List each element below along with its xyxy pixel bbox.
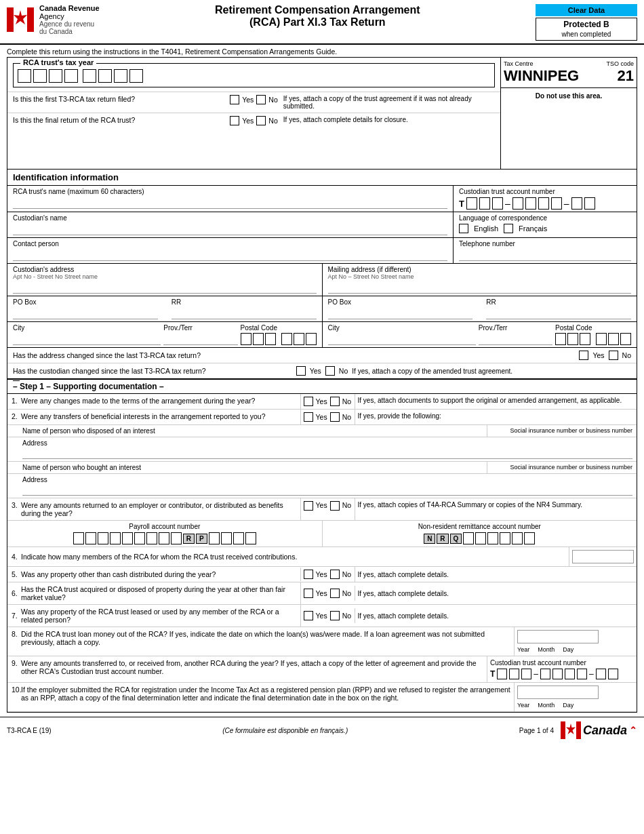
q2-no-box[interactable] bbox=[330, 412, 340, 422]
q5-no-box[interactable] bbox=[330, 570, 340, 579]
account-box-3[interactable] bbox=[492, 197, 503, 210]
address2-input[interactable] bbox=[22, 485, 632, 496]
rr-left-input[interactable] bbox=[172, 307, 317, 319]
account-box-5[interactable] bbox=[525, 197, 536, 210]
pay-box-2[interactable] bbox=[85, 532, 96, 544]
year-box-1[interactable] bbox=[18, 69, 31, 83]
city-left-input[interactable] bbox=[13, 333, 161, 345]
clear-data-button[interactable]: Clear Data bbox=[536, 4, 637, 16]
q9-box-1[interactable] bbox=[497, 669, 507, 679]
nrq-box-3[interactable] bbox=[487, 532, 498, 544]
pay-box-13[interactable] bbox=[245, 532, 256, 544]
final-return-yes-box[interactable] bbox=[230, 116, 239, 125]
pay-box-8[interactable] bbox=[159, 532, 169, 544]
q9-box-4[interactable] bbox=[540, 669, 550, 679]
nrq-box-1[interactable] bbox=[463, 532, 474, 544]
prov-left-input[interactable] bbox=[163, 333, 237, 345]
account-box-7[interactable] bbox=[551, 197, 562, 210]
pay-box-5[interactable] bbox=[122, 532, 133, 544]
cust-no-box[interactable] bbox=[325, 366, 335, 376]
year-box-2[interactable] bbox=[33, 69, 47, 83]
q10-date-input[interactable] bbox=[517, 686, 599, 699]
q7-no-box[interactable] bbox=[330, 611, 340, 620]
postal-r-box-1[interactable] bbox=[555, 333, 566, 345]
q8-date-input[interactable] bbox=[517, 630, 599, 643]
account-box-6[interactable] bbox=[538, 197, 549, 210]
pay-box-7[interactable] bbox=[146, 532, 157, 544]
postal-r-box-4[interactable] bbox=[596, 333, 607, 345]
postal-r-box-6[interactable] bbox=[620, 333, 631, 345]
english-checkbox[interactable] bbox=[459, 224, 468, 233]
q9-box-5[interactable] bbox=[552, 669, 563, 679]
q6-no-box[interactable] bbox=[330, 589, 340, 598]
q9-box-9[interactable] bbox=[608, 669, 618, 679]
q7-yes-box[interactable] bbox=[304, 611, 313, 620]
q3-no-box[interactable] bbox=[330, 501, 340, 511]
account-box-9[interactable] bbox=[584, 197, 595, 210]
year-box-5[interactable] bbox=[83, 69, 96, 83]
final-return-no-box[interactable] bbox=[256, 116, 266, 125]
custodian-name-input[interactable] bbox=[13, 223, 447, 235]
postal-r-box-3[interactable] bbox=[580, 333, 590, 345]
q1-no-box[interactable] bbox=[330, 397, 340, 406]
year-box-6[interactable] bbox=[98, 69, 112, 83]
prov-right-input[interactable] bbox=[479, 333, 552, 345]
first-return-no-box[interactable] bbox=[256, 95, 266, 104]
telephone-input[interactable] bbox=[459, 249, 631, 261]
postal-box-2[interactable] bbox=[253, 333, 264, 345]
account-box-4[interactable] bbox=[512, 197, 523, 210]
q9-box-6[interactable] bbox=[565, 669, 575, 679]
q9-box-2[interactable] bbox=[509, 669, 519, 679]
year-box-4[interactable] bbox=[64, 69, 78, 83]
account-box-1[interactable] bbox=[466, 197, 477, 210]
po-box-right-input[interactable] bbox=[328, 307, 473, 319]
cust-yes-box[interactable] bbox=[296, 366, 306, 376]
pay-box-11[interactable] bbox=[221, 532, 232, 544]
account-box-2[interactable] bbox=[479, 197, 490, 210]
nrq-box-2[interactable] bbox=[475, 532, 486, 544]
postal-box-1[interactable] bbox=[241, 333, 251, 345]
postal-box-6[interactable] bbox=[306, 333, 317, 345]
q1-yes-box[interactable] bbox=[304, 397, 313, 406]
francais-checkbox[interactable] bbox=[504, 224, 513, 233]
contact-input[interactable] bbox=[13, 249, 447, 261]
nrq-box-6[interactable] bbox=[524, 532, 535, 544]
address1-input[interactable] bbox=[22, 448, 632, 459]
pay-box-9[interactable] bbox=[171, 532, 182, 544]
custodian-addr-input[interactable] bbox=[13, 281, 317, 294]
first-return-yes-box[interactable] bbox=[230, 95, 239, 104]
po-box-input[interactable] bbox=[13, 307, 158, 319]
pay-box-4[interactable] bbox=[110, 532, 121, 544]
postal-r-box-2[interactable] bbox=[567, 333, 578, 345]
postal-r-box-5[interactable] bbox=[608, 333, 619, 345]
q1-note: If yes, attach documents to support the … bbox=[355, 394, 637, 409]
city-right-input[interactable] bbox=[328, 333, 476, 345]
pay-box-1[interactable] bbox=[73, 532, 84, 544]
year-box-3[interactable] bbox=[49, 69, 62, 83]
pay-box-12[interactable] bbox=[233, 532, 244, 544]
q9-box-8[interactable] bbox=[596, 669, 606, 679]
postal-box-5[interactable] bbox=[294, 333, 304, 345]
nrq-box-5[interactable] bbox=[512, 532, 523, 544]
q4-count-input[interactable] bbox=[572, 550, 634, 563]
rr-right-input[interactable] bbox=[486, 307, 631, 319]
q2-yes-box[interactable] bbox=[304, 412, 313, 422]
postal-box-4[interactable] bbox=[281, 333, 292, 345]
addr-yes-box[interactable] bbox=[579, 351, 588, 360]
q6-yes-box[interactable] bbox=[304, 589, 313, 598]
pay-box-10[interactable] bbox=[209, 532, 220, 544]
nrq-box-4[interactable] bbox=[500, 532, 510, 544]
q9-box-7[interactable] bbox=[577, 669, 587, 679]
postal-box-3[interactable] bbox=[265, 333, 276, 345]
addr-no-box[interactable] bbox=[609, 351, 618, 360]
account-box-8[interactable] bbox=[571, 197, 582, 210]
rca-name-input[interactable] bbox=[13, 197, 447, 209]
year-box-8[interactable] bbox=[129, 69, 143, 83]
pay-box-3[interactable] bbox=[98, 532, 108, 544]
q5-yes-box[interactable] bbox=[304, 570, 313, 579]
year-box-7[interactable] bbox=[114, 69, 127, 83]
pay-box-6[interactable] bbox=[134, 532, 145, 544]
q3-yes-box[interactable] bbox=[304, 501, 313, 511]
q9-box-3[interactable] bbox=[521, 669, 531, 679]
mailing-addr-input[interactable] bbox=[328, 281, 632, 294]
